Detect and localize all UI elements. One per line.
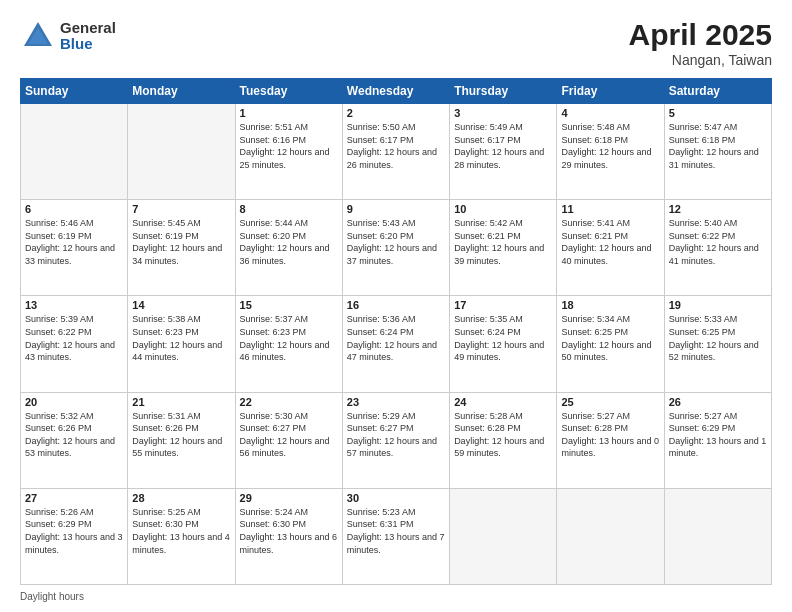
day-number: 14 [132,299,230,311]
calendar-week-row: 27Sunrise: 5:26 AM Sunset: 6:29 PM Dayli… [21,488,772,584]
day-info: Sunrise: 5:50 AM Sunset: 6:17 PM Dayligh… [347,121,445,171]
calendar-cell: 11Sunrise: 5:41 AM Sunset: 6:21 PM Dayli… [557,200,664,296]
calendar-cell: 5Sunrise: 5:47 AM Sunset: 6:18 PM Daylig… [664,104,771,200]
day-number: 15 [240,299,338,311]
day-number: 20 [25,396,123,408]
day-info: Sunrise: 5:34 AM Sunset: 6:25 PM Dayligh… [561,313,659,363]
calendar-cell: 21Sunrise: 5:31 AM Sunset: 6:26 PM Dayli… [128,392,235,488]
calendar-cell: 12Sunrise: 5:40 AM Sunset: 6:22 PM Dayli… [664,200,771,296]
header: General Blue April 2025 Nangan, Taiwan [20,18,772,68]
day-number: 6 [25,203,123,215]
calendar-cell: 7Sunrise: 5:45 AM Sunset: 6:19 PM Daylig… [128,200,235,296]
day-info: Sunrise: 5:42 AM Sunset: 6:21 PM Dayligh… [454,217,552,267]
calendar-cell: 3Sunrise: 5:49 AM Sunset: 6:17 PM Daylig… [450,104,557,200]
day-number: 26 [669,396,767,408]
calendar-cell: 22Sunrise: 5:30 AM Sunset: 6:27 PM Dayli… [235,392,342,488]
day-info: Sunrise: 5:48 AM Sunset: 6:18 PM Dayligh… [561,121,659,171]
day-info: Sunrise: 5:47 AM Sunset: 6:18 PM Dayligh… [669,121,767,171]
day-number: 2 [347,107,445,119]
calendar-cell: 9Sunrise: 5:43 AM Sunset: 6:20 PM Daylig… [342,200,449,296]
calendar-cell: 16Sunrise: 5:36 AM Sunset: 6:24 PM Dayli… [342,296,449,392]
day-number: 3 [454,107,552,119]
logo-text: General Blue [60,20,116,53]
day-number: 27 [25,492,123,504]
calendar-week-row: 1Sunrise: 5:51 AM Sunset: 6:16 PM Daylig… [21,104,772,200]
day-number: 25 [561,396,659,408]
day-info: Sunrise: 5:30 AM Sunset: 6:27 PM Dayligh… [240,410,338,460]
day-info: Sunrise: 5:29 AM Sunset: 6:27 PM Dayligh… [347,410,445,460]
calendar-cell: 15Sunrise: 5:37 AM Sunset: 6:23 PM Dayli… [235,296,342,392]
calendar-cell: 29Sunrise: 5:24 AM Sunset: 6:30 PM Dayli… [235,488,342,584]
day-number: 10 [454,203,552,215]
calendar-cell: 1Sunrise: 5:51 AM Sunset: 6:16 PM Daylig… [235,104,342,200]
calendar-cell: 18Sunrise: 5:34 AM Sunset: 6:25 PM Dayli… [557,296,664,392]
calendar-day-header: Sunday [21,79,128,104]
calendar-cell: 30Sunrise: 5:23 AM Sunset: 6:31 PM Dayli… [342,488,449,584]
calendar-day-header: Monday [128,79,235,104]
day-number: 13 [25,299,123,311]
day-number: 4 [561,107,659,119]
calendar-cell: 24Sunrise: 5:28 AM Sunset: 6:28 PM Dayli… [450,392,557,488]
day-number: 30 [347,492,445,504]
calendar-cell [21,104,128,200]
day-info: Sunrise: 5:31 AM Sunset: 6:26 PM Dayligh… [132,410,230,460]
day-number: 7 [132,203,230,215]
day-info: Sunrise: 5:35 AM Sunset: 6:24 PM Dayligh… [454,313,552,363]
day-info: Sunrise: 5:51 AM Sunset: 6:16 PM Dayligh… [240,121,338,171]
calendar-cell: 23Sunrise: 5:29 AM Sunset: 6:27 PM Dayli… [342,392,449,488]
day-info: Sunrise: 5:28 AM Sunset: 6:28 PM Dayligh… [454,410,552,460]
calendar-cell: 13Sunrise: 5:39 AM Sunset: 6:22 PM Dayli… [21,296,128,392]
day-number: 16 [347,299,445,311]
calendar-cell: 20Sunrise: 5:32 AM Sunset: 6:26 PM Dayli… [21,392,128,488]
day-info: Sunrise: 5:49 AM Sunset: 6:17 PM Dayligh… [454,121,552,171]
logo-icon [20,18,56,54]
calendar-day-header: Wednesday [342,79,449,104]
day-info: Sunrise: 5:33 AM Sunset: 6:25 PM Dayligh… [669,313,767,363]
calendar-cell: 8Sunrise: 5:44 AM Sunset: 6:20 PM Daylig… [235,200,342,296]
calendar-cell: 25Sunrise: 5:27 AM Sunset: 6:28 PM Dayli… [557,392,664,488]
day-info: Sunrise: 5:26 AM Sunset: 6:29 PM Dayligh… [25,506,123,556]
day-info: Sunrise: 5:39 AM Sunset: 6:22 PM Dayligh… [25,313,123,363]
title-month: April 2025 [629,18,772,52]
calendar-cell [128,104,235,200]
calendar-cell: 10Sunrise: 5:42 AM Sunset: 6:21 PM Dayli… [450,200,557,296]
calendar-cell: 27Sunrise: 5:26 AM Sunset: 6:29 PM Dayli… [21,488,128,584]
title-location: Nangan, Taiwan [629,52,772,68]
day-number: 5 [669,107,767,119]
day-info: Sunrise: 5:27 AM Sunset: 6:28 PM Dayligh… [561,410,659,460]
calendar-cell: 19Sunrise: 5:33 AM Sunset: 6:25 PM Dayli… [664,296,771,392]
day-info: Sunrise: 5:23 AM Sunset: 6:31 PM Dayligh… [347,506,445,556]
day-info: Sunrise: 5:40 AM Sunset: 6:22 PM Dayligh… [669,217,767,267]
calendar-cell: 28Sunrise: 5:25 AM Sunset: 6:30 PM Dayli… [128,488,235,584]
day-number: 11 [561,203,659,215]
logo-blue-text: Blue [60,36,116,53]
day-info: Sunrise: 5:27 AM Sunset: 6:29 PM Dayligh… [669,410,767,460]
day-number: 29 [240,492,338,504]
logo: General Blue [20,18,116,54]
day-number: 17 [454,299,552,311]
day-info: Sunrise: 5:44 AM Sunset: 6:20 PM Dayligh… [240,217,338,267]
day-number: 24 [454,396,552,408]
calendar-table: SundayMondayTuesdayWednesdayThursdayFrid… [20,78,772,585]
day-number: 23 [347,396,445,408]
day-info: Sunrise: 5:32 AM Sunset: 6:26 PM Dayligh… [25,410,123,460]
day-number: 18 [561,299,659,311]
title-block: April 2025 Nangan, Taiwan [629,18,772,68]
calendar-week-row: 20Sunrise: 5:32 AM Sunset: 6:26 PM Dayli… [21,392,772,488]
calendar-cell: 2Sunrise: 5:50 AM Sunset: 6:17 PM Daylig… [342,104,449,200]
calendar-week-row: 6Sunrise: 5:46 AM Sunset: 6:19 PM Daylig… [21,200,772,296]
calendar-week-row: 13Sunrise: 5:39 AM Sunset: 6:22 PM Dayli… [21,296,772,392]
calendar-day-header: Thursday [450,79,557,104]
day-number: 22 [240,396,338,408]
footer: Daylight hours [20,591,772,602]
day-number: 19 [669,299,767,311]
day-number: 21 [132,396,230,408]
calendar-cell: 14Sunrise: 5:38 AM Sunset: 6:23 PM Dayli… [128,296,235,392]
calendar-cell [557,488,664,584]
day-info: Sunrise: 5:36 AM Sunset: 6:24 PM Dayligh… [347,313,445,363]
day-number: 8 [240,203,338,215]
calendar-cell [664,488,771,584]
calendar-day-header: Tuesday [235,79,342,104]
day-info: Sunrise: 5:37 AM Sunset: 6:23 PM Dayligh… [240,313,338,363]
day-info: Sunrise: 5:45 AM Sunset: 6:19 PM Dayligh… [132,217,230,267]
